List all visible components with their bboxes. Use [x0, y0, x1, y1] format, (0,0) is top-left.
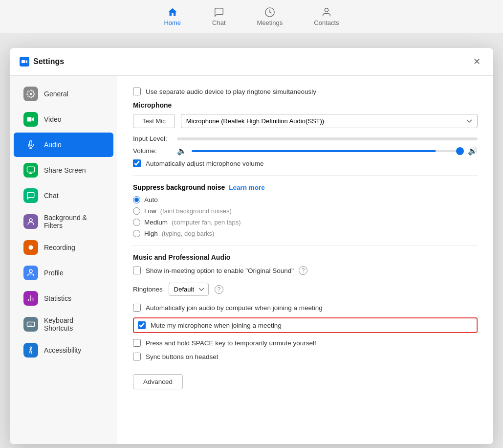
volume-low-icon: 🔈	[177, 146, 187, 156]
sidebar-item-chat[interactable]: Chat	[14, 183, 113, 208]
nav-home[interactable]: Home	[158, 3, 187, 29]
auto-adjust-checkbox[interactable]	[133, 159, 141, 167]
test-mic-button[interactable]: Test Mic	[133, 114, 175, 128]
sidebar-item-audio-label: Audio	[44, 141, 62, 149]
nav-meetings[interactable]: Meetings	[251, 3, 289, 29]
ringtone-select[interactable]: Default	[169, 283, 209, 296]
noise-auto-row: Auto	[133, 196, 478, 203]
sync-headset-row: Sync buttons on headset	[133, 353, 478, 360]
sidebar-item-statistics[interactable]: Statistics	[14, 286, 113, 311]
nav-home-label: Home	[164, 19, 181, 26]
learn-more-link[interactable]: Learn more	[229, 184, 265, 191]
mute-mic-checkbox[interactable]	[138, 321, 146, 329]
noise-low-sub: (faint background noises)	[160, 207, 232, 215]
original-sound-help-icon[interactable]: ?	[299, 266, 307, 275]
auto-join-checkbox[interactable]	[133, 304, 141, 312]
dialog-title-text: Settings	[33, 57, 64, 66]
meetings-icon	[264, 6, 276, 18]
ringtones-label: Ringtones	[133, 286, 163, 293]
nav-chat[interactable]: Chat	[206, 3, 231, 29]
noise-medium-sub: (computer fan, pen taps)	[172, 219, 241, 226]
suppress-noise-header: Suppress background noise Learn more	[133, 183, 478, 191]
microphone-row: Test Mic Microphone (Realtek High Defini…	[133, 114, 478, 128]
separate-audio-label: Use separate audio device to play ringto…	[146, 88, 316, 95]
sidebar-item-video[interactable]: Video	[14, 107, 113, 132]
noise-low-radio[interactable]	[133, 207, 140, 215]
advanced-section: Advanced	[133, 370, 478, 389]
sidebar-item-background-filters[interactable]: Background & Filters	[14, 209, 113, 234]
sidebar-item-recording-label: Recording	[44, 244, 75, 251]
noise-medium-label: Medium	[144, 219, 168, 226]
svg-rect-4	[27, 117, 32, 122]
noise-auto-label: Auto	[144, 196, 158, 203]
volume-row: Volume: 🔈 🔊	[133, 146, 478, 156]
original-sound-row: Show in-meeting option to enable "Origin…	[133, 266, 478, 275]
mute-mic-label: Mute my microphone when joining a meetin…	[151, 322, 282, 329]
sidebar-item-background-filters-label: Background & Filters	[44, 214, 104, 229]
sidebar-item-profile-label: Profile	[44, 269, 64, 277]
sync-headset-checkbox[interactable]	[133, 353, 141, 360]
settings-content: Use separate audio device to play ringto…	[117, 76, 493, 444]
accessibility-icon	[23, 343, 38, 358]
microphone-device-select[interactable]: Microphone (Realtek High Definition Audi…	[181, 114, 478, 128]
sidebar-item-video-label: Video	[44, 115, 62, 123]
dialog-body: General Video Audio	[10, 76, 493, 444]
volume-slider[interactable]	[192, 150, 463, 152]
settings-sidebar: General Video Audio	[10, 76, 117, 444]
advanced-button[interactable]: Advanced	[133, 374, 183, 389]
noise-high-sub: (typing, dog barks)	[162, 230, 215, 237]
nav-contacts[interactable]: Contacts	[308, 3, 345, 29]
sidebar-item-profile[interactable]: Profile	[14, 261, 113, 285]
sidebar-item-accessibility[interactable]: Accessibility	[14, 338, 113, 362]
main-area: Settings ✕ General Video	[0, 33, 503, 448]
sidebar-item-accessibility-label: Accessibility	[44, 346, 81, 354]
nav-chat-label: Chat	[212, 19, 225, 26]
audio-icon	[23, 137, 38, 152]
close-button[interactable]: ✕	[470, 55, 483, 68]
video-icon	[23, 112, 38, 127]
noise-high-radio[interactable]	[133, 230, 140, 237]
noise-high-row: High (typing, dog barks)	[133, 230, 478, 237]
separate-audio-checkbox[interactable]	[133, 88, 141, 95]
music-section-label: Music and Professional Audio	[133, 253, 478, 261]
ringtone-help-icon[interactable]: ?	[215, 285, 223, 294]
sidebar-item-recording[interactable]: Recording	[14, 235, 113, 260]
recording-icon	[23, 240, 38, 255]
svg-rect-14	[27, 322, 35, 327]
auto-adjust-row: Automatically adjust microphone volume	[133, 159, 478, 167]
noise-high-label: High	[144, 230, 158, 237]
contacts-icon	[321, 6, 332, 18]
statistics-icon	[23, 291, 38, 306]
auto-join-label: Automatically join audio by computer whe…	[146, 304, 323, 312]
sidebar-item-general[interactable]: General	[14, 82, 113, 106]
svg-point-1	[325, 8, 328, 12]
original-sound-checkbox[interactable]	[133, 267, 141, 274]
auto-join-row: Automatically join audio by computer whe…	[133, 304, 478, 312]
noise-low-row: Low (faint background noises)	[133, 207, 478, 215]
sidebar-item-share-screen-label: Share Screen	[44, 166, 86, 174]
ringtones-row: Ringtones Default ?	[133, 283, 478, 296]
zoom-logo-icon	[20, 57, 29, 67]
svg-rect-2	[22, 60, 25, 63]
mute-mic-row: Mute my microphone when joining a meetin…	[133, 317, 478, 333]
input-level-row: Input Level:	[133, 135, 478, 142]
separate-audio-row: Use separate audio device to play ringto…	[133, 88, 478, 95]
sidebar-item-keyboard-shortcuts-label: Keyboard Shortcuts	[44, 316, 104, 332]
share-screen-icon	[23, 163, 38, 178]
original-sound-label: Show in-meeting option to enable "Origin…	[146, 267, 294, 274]
svg-point-3	[30, 93, 32, 95]
input-level-label: Input Level:	[133, 135, 172, 142]
svg-rect-5	[27, 167, 35, 172]
noise-auto-radio[interactable]	[133, 196, 140, 203]
sidebar-item-general-label: General	[44, 90, 68, 98]
sidebar-item-audio[interactable]: Audio	[14, 133, 113, 157]
sidebar-item-keyboard-shortcuts[interactable]: Keyboard Shortcuts	[14, 312, 113, 337]
volume-label: Volume:	[133, 147, 172, 155]
press-space-checkbox[interactable]	[133, 339, 141, 347]
noise-medium-radio[interactable]	[133, 219, 140, 226]
nav-meetings-label: Meetings	[257, 19, 283, 26]
dialog-header: Settings ✕	[10, 48, 493, 76]
volume-high-icon: 🔊	[468, 146, 478, 156]
sync-headset-label: Sync buttons on headset	[146, 353, 219, 360]
sidebar-item-share-screen[interactable]: Share Screen	[14, 158, 113, 182]
